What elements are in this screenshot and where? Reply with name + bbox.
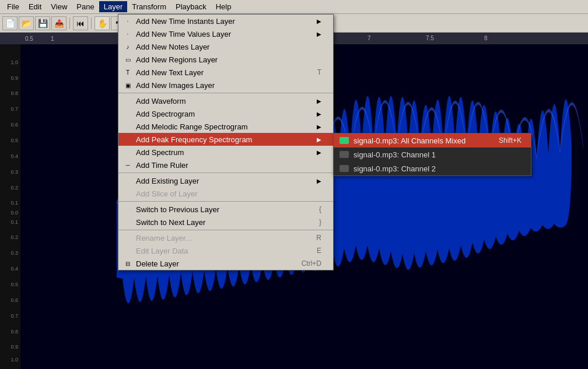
- left-waveform-svg: [20, 44, 117, 369]
- melodic-icon: [123, 122, 132, 131]
- y-label-08b: 0.8: [10, 329, 18, 335]
- separator-4: [118, 230, 333, 230]
- menu-add-spectrogram-label: Add Spectrogram: [136, 110, 312, 118]
- text-layer-icon: T: [123, 68, 132, 77]
- menu-new-time-values-label: Add New Time Values Layer: [136, 30, 312, 38]
- menu-new-time-values[interactable]: · Add New Time Values Layer ▶: [118, 27, 333, 40]
- menu-playback[interactable]: Playback: [171, 1, 211, 12]
- toolbar-separator-2: [91, 17, 92, 29]
- menu-edit[interactable]: Edit: [24, 1, 46, 12]
- menu-add-spectrum-arrow: ▶: [317, 149, 321, 156]
- menu-add-spectrum-label: Add Spectrum: [136, 148, 312, 157]
- submenu-channel-2[interactable]: signal-0.mp3: Channel 2: [334, 161, 531, 175]
- menu-edit-data-label: Edit Layer Data: [136, 247, 305, 255]
- time-values-icon: ·: [123, 29, 132, 38]
- menu-panel: · Add New Time Instants Layer ▶ · Add Ne…: [118, 14, 334, 270]
- y-label-04a: 0.4: [10, 153, 18, 159]
- menu-new-time-instants-label: Add New Time Instants Layer: [136, 17, 312, 26]
- rename-icon: [123, 233, 132, 243]
- ruler-7: 7: [368, 35, 371, 41]
- submenu-all-channels[interactable]: signal-0.mp3: All Channels Mixed Shift+K: [334, 133, 531, 147]
- y-label-03a: 0.3: [10, 169, 18, 175]
- menu-new-time-instants[interactable]: · Add New Time Instants Layer ▶: [118, 15, 333, 27]
- menu-add-spectrum[interactable]: Add Spectrum ▶: [118, 146, 333, 159]
- menu-new-notes-label: Add New Notes Layer: [136, 43, 321, 51]
- separator-1: [118, 93, 333, 93]
- menu-switch-next[interactable]: Switch to Next Layer }: [118, 216, 333, 229]
- y-label-04b: 0.4: [10, 266, 18, 272]
- menu-add-peak-freq[interactable]: Add Peak Frequency Spectrogram ▶ signal-…: [118, 133, 333, 146]
- menu-new-time-instants-arrow: ▶: [317, 18, 321, 24]
- y-axis: 1.0 0.9 0.8 0.7 0.6 0.5 0.4 0.3 0.2 0.1 …: [0, 33, 20, 369]
- y-label-01b: 0.1: [10, 219, 18, 225]
- menu-help[interactable]: Help: [211, 1, 236, 12]
- ruler-75: 7.5: [426, 35, 434, 41]
- ruler-mark-1: 1: [51, 36, 54, 42]
- menu-add-existing[interactable]: Add Existing Layer ▶: [118, 174, 333, 187]
- menu-add-waveform-label: Add Waveform: [136, 97, 312, 106]
- menu-add-spectrogram[interactable]: Add Spectrogram ▶: [118, 107, 333, 120]
- menu-add-waveform-arrow: ▶: [317, 98, 321, 104]
- channel-all-icon: [338, 136, 350, 145]
- menu-pane[interactable]: Pane: [72, 1, 99, 12]
- menu-add-melodic[interactable]: Add Melodic Range Spectrogram ▶: [118, 120, 333, 133]
- y-label-09b: 0.9: [10, 344, 18, 350]
- menu-new-text-shortcut: T: [317, 68, 321, 76]
- menu-view[interactable]: View: [46, 1, 72, 12]
- notes-icon: ♪: [123, 42, 132, 51]
- submenu-all-channels-shortcut: Shift+K: [499, 136, 522, 145]
- svg-rect-0: [20, 44, 117, 56]
- open-button[interactable]: 📂: [19, 16, 34, 30]
- menu-new-time-values-arrow: ▶: [317, 31, 321, 37]
- menu-delete-layer[interactable]: ⊟ Delete Layer Ctrl+D: [118, 257, 333, 270]
- y-label-00: 0.0: [10, 210, 18, 216]
- menu-new-images-label: Add New Images Layer: [136, 81, 321, 90]
- menu-new-text[interactable]: T Add New Text Layer T: [118, 66, 333, 79]
- menu-file[interactable]: File: [2, 1, 24, 12]
- slice-icon: [123, 189, 132, 198]
- menu-add-time-ruler[interactable]: ─ Add Time Ruler: [118, 159, 333, 171]
- delete-icon: ⊟: [123, 259, 132, 268]
- menu-transform[interactable]: Transform: [127, 1, 171, 12]
- rewind-button[interactable]: ⏮: [73, 16, 88, 30]
- menubar: File Edit View Pane Layer Transform Play…: [0, 0, 588, 14]
- switch-prev-icon: [123, 205, 132, 214]
- menu-switch-next-shortcut: }: [319, 218, 321, 226]
- edit-data-icon: [123, 246, 132, 255]
- menu-add-waveform[interactable]: Add Waveform ▶: [118, 94, 333, 107]
- y-label-06a: 0.6: [10, 122, 18, 128]
- separator-3: [118, 201, 333, 202]
- submenu-channel-2-label: signal-0.mp3: Channel 2: [354, 164, 436, 173]
- submenu-channel-1[interactable]: signal-0.mp3: Channel 1: [334, 147, 531, 161]
- hand-tool[interactable]: ✋: [94, 16, 110, 30]
- new-button[interactable]: 📄: [2, 16, 18, 30]
- menu-new-notes[interactable]: ♪ Add New Notes Layer: [118, 40, 333, 53]
- channel-2-icon: [338, 164, 350, 173]
- y-label-10b: 1.0: [10, 357, 18, 363]
- export-button[interactable]: 📤: [51, 16, 66, 30]
- menu-new-images[interactable]: ▣ Add New Images Layer: [118, 79, 333, 92]
- menu-rename-shortcut: R: [316, 234, 321, 242]
- menu-add-spectrogram-arrow: ▶: [317, 111, 321, 117]
- y-label-06b: 0.6: [10, 297, 18, 303]
- regions-icon: ▭: [123, 55, 132, 64]
- peak-freq-icon: [123, 135, 132, 144]
- spectrogram-icon: [123, 109, 132, 118]
- waveform-icon: [123, 96, 132, 106]
- menu-new-regions[interactable]: ▭ Add New Regions Layer: [118, 53, 333, 66]
- images-icon: ▣: [123, 80, 132, 90]
- spectrum-icon: [123, 147, 132, 157]
- menu-layer[interactable]: Layer: [99, 1, 128, 12]
- y-label-02a: 0.2: [10, 185, 18, 191]
- y-label-07a: 0.7: [10, 106, 18, 112]
- menu-switch-prev-label: Switch to Previous Layer: [136, 205, 307, 214]
- save-button[interactable]: 💾: [35, 16, 50, 30]
- menu-add-slice-label: Add Slice of Layer: [136, 189, 321, 198]
- submenu-all-channels-label: signal-0.mp3: All Channels Mixed: [354, 136, 466, 145]
- ruler-mark-05: 0.5: [25, 36, 33, 42]
- menu-switch-prev[interactable]: Switch to Previous Layer {: [118, 203, 333, 216]
- layer-menu: · Add New Time Instants Layer ▶ · Add Ne…: [118, 14, 334, 270]
- submenu-channel-1-label: signal-0.mp3: Channel 1: [354, 150, 436, 159]
- menu-delete-label: Delete Layer: [136, 259, 290, 268]
- y-label-05a: 0.5: [10, 138, 18, 143]
